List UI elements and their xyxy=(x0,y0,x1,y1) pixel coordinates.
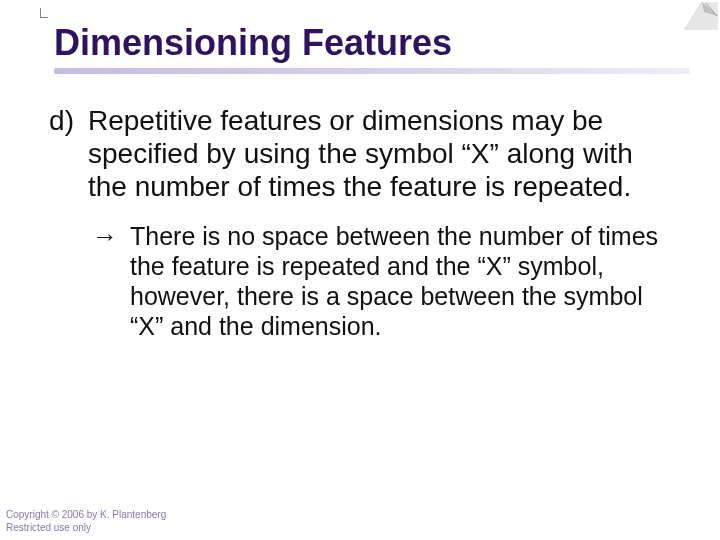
bullet-text-d: Repetitive features or dimensions may be… xyxy=(88,104,678,203)
copyright-line: Copyright © 2006 by K. Plantenberg xyxy=(6,509,166,522)
title-underline xyxy=(54,68,690,74)
restriction-line: Restricted use only xyxy=(6,522,166,535)
slide-body: d) Repetitive features or dimensions may… xyxy=(40,100,678,341)
sub-bullet-arrow: → There is no space between the number o… xyxy=(92,221,678,341)
bullet-text-arrow: There is no space between the number of … xyxy=(130,221,678,341)
bullet-marker-arrow: → xyxy=(92,221,116,252)
slide-title: Dimensioning Features xyxy=(54,22,690,68)
bullet-d: d) Repetitive features or dimensions may… xyxy=(40,104,678,203)
slide-footer: Copyright © 2006 by K. Plantenberg Restr… xyxy=(6,509,166,534)
bullet-marker-d: d) xyxy=(40,104,74,137)
slide-title-block: Dimensioning Features xyxy=(54,22,690,74)
decorative-tick xyxy=(40,8,48,18)
